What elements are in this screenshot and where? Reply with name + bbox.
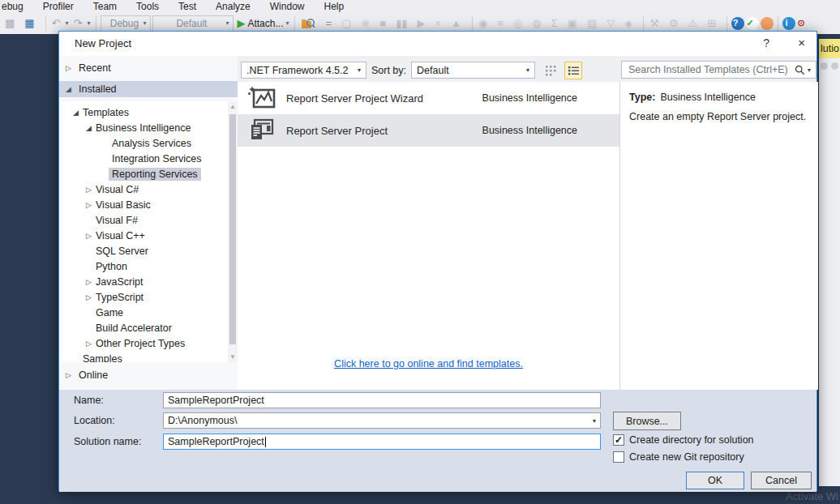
align-guides-icon[interactable]: = xyxy=(324,15,338,32)
help-icon[interactable]: ? xyxy=(731,17,744,30)
help-button[interactable]: ? xyxy=(763,36,769,49)
undo-icon[interactable]: ↶ ▾ xyxy=(50,15,71,32)
tree-item-label: Samples xyxy=(83,353,122,363)
settings-gear-icon[interactable]: ⚙ xyxy=(667,15,685,32)
task-list-icon[interactable]: ≡ xyxy=(495,15,510,32)
tree-item[interactable]: ▷ TypeScript xyxy=(59,289,238,305)
category-online[interactable]: ▷ Online xyxy=(59,367,238,383)
menu-item[interactable]: Team xyxy=(84,1,126,12)
category-label: Installed xyxy=(79,83,117,95)
template-tree: ◢ Templates ◢ Business Intelligence Anal… xyxy=(59,101,238,362)
menu-item[interactable]: ebug xyxy=(0,1,33,12)
Report Server Project[interactable]: Report Server Project Business Intellige… xyxy=(238,114,619,147)
book-icon[interactable]: ◈ xyxy=(623,15,639,32)
cancel-icon[interactable]: × xyxy=(433,15,448,32)
Report Server Project Wizard[interactable]: Report Server Project Wizard Business In… xyxy=(238,82,619,114)
tree-item[interactable]: ▷ Visual C++ xyxy=(59,228,238,243)
tree-item[interactable]: Analysis Services xyxy=(59,135,238,151)
nav-back-icon[interactable] xyxy=(821,62,828,70)
stop-icon[interactable]: ■ xyxy=(378,15,392,32)
go-online-link[interactable]: Click here to go online and find templat… xyxy=(334,358,523,369)
nav-forward-icon[interactable] xyxy=(831,62,838,70)
debug-target-combo[interactable]: Debug ▾ xyxy=(101,15,151,32)
menu-item[interactable]: Help xyxy=(314,1,354,12)
framework-combo[interactable]: .NET Framework 4.5.2 ▾ xyxy=(241,62,366,79)
solution-search-highlight[interactable]: lutio xyxy=(819,39,840,58)
window-icon[interactable]: ▣ xyxy=(566,15,584,32)
scrollbar-thumb[interactable] xyxy=(229,114,236,344)
tree-item[interactable]: Python xyxy=(59,258,238,274)
tree-item[interactable]: SQL Server xyxy=(59,243,238,258)
filter-icon[interactable]: ▽ xyxy=(605,15,621,32)
tree-item[interactable]: Reporting Services xyxy=(59,166,238,182)
sort-combo[interactable]: Default ▾ xyxy=(411,62,535,79)
tree-item-label: Visual F# xyxy=(96,215,138,226)
tree-item[interactable]: ▷ Visual C# xyxy=(59,182,238,197)
tree-scrollbar[interactable]: ▲ ▼ xyxy=(228,101,238,362)
tree-item[interactable]: ◢ Templates xyxy=(59,105,238,120)
pause-icon[interactable]: ▮▮ xyxy=(394,15,414,32)
chevron-down-icon: ▾ xyxy=(526,66,529,74)
breakpoint-icon[interactable]: ▢ xyxy=(340,15,358,32)
document-icon[interactable]: ▤ xyxy=(585,15,603,32)
eject-icon[interactable]: ▲ xyxy=(449,15,468,32)
small-icons-view-button[interactable] xyxy=(542,62,559,79)
tree-item[interactable]: ▷ Other Project Types xyxy=(59,335,238,351)
sigma-icon[interactable]: Σ xyxy=(550,15,564,32)
tree-item[interactable]: ▷ JavaScript xyxy=(59,274,238,289)
create-directory-label: Create directory for solution xyxy=(629,434,754,446)
attach-process-icon[interactable] xyxy=(299,15,322,32)
tree-item[interactable]: ◢ Business Intelligence xyxy=(59,120,238,135)
scroll-up-icon[interactable]: ▲ xyxy=(228,103,238,110)
copy-icon[interactable]: ⊞ xyxy=(705,15,722,32)
create-git-checkbox[interactable] xyxy=(613,451,624,463)
category-recent[interactable]: ▷ Recent xyxy=(59,60,238,76)
tree-item-label: Visual Basic xyxy=(96,199,151,211)
cancel-button[interactable]: Cancel xyxy=(751,472,812,489)
browse-button[interactable]: Browse... xyxy=(613,412,681,430)
continue-icon[interactable]: ▶ xyxy=(415,15,431,32)
solution-name-input[interactable]: SampleReportProject xyxy=(163,434,601,450)
web-icon[interactable]: ◎ xyxy=(512,15,529,32)
attach-button[interactable]: ▶ Attach... ▾ xyxy=(235,15,290,32)
save-icon[interactable]: ▦ xyxy=(3,15,21,32)
menu-item[interactable]: Profiler xyxy=(33,1,84,12)
template-name: Report Server Project Wizard xyxy=(286,92,482,105)
menu-item[interactable]: Test xyxy=(169,1,206,12)
info-icon[interactable]: i xyxy=(782,17,795,30)
list-view-button[interactable] xyxy=(564,62,582,79)
create-directory-checkbox[interactable]: ✓ xyxy=(613,434,624,446)
tree-expander-icon: ▷ xyxy=(85,278,92,286)
menu-item[interactable]: Tools xyxy=(126,1,169,12)
menu-item[interactable]: Analyze xyxy=(206,1,260,12)
tree-item[interactable]: Integration Services xyxy=(59,151,238,166)
tree-item[interactable]: Build Accelerator xyxy=(59,320,238,335)
name-input[interactable]: SampleReportProject xyxy=(163,392,601,408)
feedback-bubble-icon[interactable] xyxy=(761,17,774,30)
check-icon[interactable]: ✓ xyxy=(746,17,759,30)
tree-item[interactable]: Game xyxy=(59,305,238,320)
tree-item[interactable]: ▷ Visual Basic xyxy=(59,197,238,212)
scroll-down-icon[interactable]: ▼ xyxy=(228,353,238,361)
ok-button[interactable]: OK xyxy=(686,472,744,489)
tree-item[interactable]: Samples xyxy=(59,351,238,362)
menu-item[interactable]: Window xyxy=(260,1,315,12)
template-category: Business Intelligence xyxy=(482,92,577,104)
help-doc-icon[interactable]: ◉ xyxy=(477,15,494,32)
debug-bug-icon[interactable]: ※ xyxy=(359,15,376,32)
search-input[interactable]: Search Installed Templates (Ctrl+E) ▾ xyxy=(621,61,816,79)
power-icon[interactable]: ⊙ xyxy=(797,17,810,30)
tree-item-label: Game xyxy=(96,307,123,318)
tree-item[interactable]: Visual F# xyxy=(59,212,238,228)
save-all-icon[interactable]: ▦ xyxy=(23,15,41,32)
warning-icon[interactable]: ⚠ xyxy=(687,15,705,32)
wrench-icon[interactable]: ⚒ xyxy=(648,15,666,32)
close-icon[interactable]: × xyxy=(798,36,805,49)
tree-expander-icon: ▷ xyxy=(85,201,92,209)
category-installed[interactable]: ◢ Installed xyxy=(59,81,238,97)
location-combo[interactable]: D:\Anonymous\ ▾ xyxy=(163,412,601,429)
redo-icon[interactable]: ↷ ▾ xyxy=(72,15,92,32)
description-text: Create an empty Report Server project. xyxy=(629,111,810,122)
find-icon[interactable]: ◍ xyxy=(530,15,547,32)
solution-config-combo[interactable]: Default ▾ xyxy=(152,15,234,32)
